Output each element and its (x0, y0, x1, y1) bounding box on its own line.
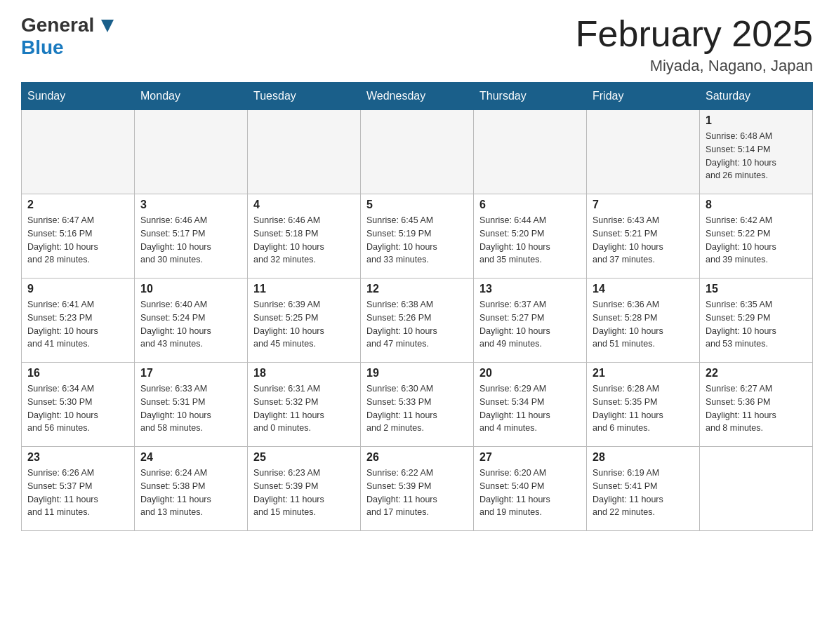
logo: General Blue (21, 14, 114, 59)
day-info: Sunrise: 6:40 AM Sunset: 5:24 PM Dayligh… (140, 298, 241, 351)
day-info: Sunrise: 6:42 AM Sunset: 5:22 PM Dayligh… (706, 214, 807, 267)
day-number: 4 (253, 199, 355, 211)
day-info: Sunrise: 6:41 AM Sunset: 5:23 PM Dayligh… (27, 298, 128, 351)
page-subtitle: Miyada, Nagano, Japan (576, 57, 813, 75)
day-info: Sunrise: 6:19 AM Sunset: 5:41 PM Dayligh… (593, 467, 694, 519)
calendar-week-2: 9Sunrise: 6:41 AM Sunset: 5:23 PM Daylig… (22, 279, 813, 363)
calendar-cell: 24Sunrise: 6:24 AM Sunset: 5:38 PM Dayli… (135, 447, 248, 531)
day-number: 17 (140, 367, 241, 380)
day-number: 22 (706, 367, 807, 380)
day-number: 15 (706, 283, 807, 295)
day-number: 19 (366, 367, 468, 380)
calendar-cell: 16Sunrise: 6:34 AM Sunset: 5:30 PM Dayli… (22, 363, 135, 447)
day-number: 1 (706, 114, 807, 127)
day-info: Sunrise: 6:29 AM Sunset: 5:34 PM Dayligh… (479, 382, 581, 435)
day-number: 18 (253, 367, 355, 380)
calendar-cell (22, 110, 135, 194)
page-title: February 2025 (576, 14, 813, 54)
calendar-cell: 7Sunrise: 6:43 AM Sunset: 5:21 PM Daylig… (587, 194, 700, 279)
calendar-cell: 9Sunrise: 6:41 AM Sunset: 5:23 PM Daylig… (22, 279, 135, 363)
calendar-cell: 25Sunrise: 6:23 AM Sunset: 5:39 PM Dayli… (248, 447, 361, 531)
day-info: Sunrise: 6:23 AM Sunset: 5:39 PM Dayligh… (253, 467, 355, 519)
day-info: Sunrise: 6:28 AM Sunset: 5:35 PM Dayligh… (593, 382, 694, 435)
day-info: Sunrise: 6:43 AM Sunset: 5:21 PM Dayligh… (593, 214, 694, 267)
day-number: 26 (366, 451, 468, 464)
day-info: Sunrise: 6:30 AM Sunset: 5:33 PM Dayligh… (366, 382, 468, 435)
day-number: 8 (706, 199, 807, 211)
calendar-cell: 19Sunrise: 6:30 AM Sunset: 5:33 PM Dayli… (361, 363, 474, 447)
calendar-cell: 13Sunrise: 6:37 AM Sunset: 5:27 PM Dayli… (474, 279, 587, 363)
calendar-cell (700, 447, 813, 531)
day-number: 21 (593, 367, 694, 380)
calendar-cell: 15Sunrise: 6:35 AM Sunset: 5:29 PM Dayli… (700, 279, 813, 363)
page-header: General Blue February 2025 Miyada, Nagan… (21, 14, 813, 75)
day-number: 11 (253, 283, 355, 295)
calendar-cell: 20Sunrise: 6:29 AM Sunset: 5:34 PM Dayli… (474, 363, 587, 447)
calendar-week-4: 23Sunrise: 6:26 AM Sunset: 5:37 PM Dayli… (22, 447, 813, 531)
day-info: Sunrise: 6:34 AM Sunset: 5:30 PM Dayligh… (27, 382, 128, 435)
day-info: Sunrise: 6:22 AM Sunset: 5:39 PM Dayligh… (366, 467, 468, 519)
day-number: 9 (27, 283, 128, 295)
calendar-table: SundayMondayTuesdayWednesdayThursdayFrid… (21, 82, 813, 531)
day-number: 5 (366, 199, 468, 211)
calendar-cell: 6Sunrise: 6:44 AM Sunset: 5:20 PM Daylig… (474, 194, 587, 279)
day-number: 16 (27, 367, 128, 380)
calendar-cell (135, 110, 248, 194)
calendar-body: 1Sunrise: 6:48 AM Sunset: 5:14 PM Daylig… (22, 110, 813, 531)
logo-arrow-icon (101, 20, 114, 34)
calendar-cell (361, 110, 474, 194)
day-info: Sunrise: 6:31 AM Sunset: 5:32 PM Dayligh… (253, 382, 355, 435)
weekday-header-friday: Friday (587, 83, 700, 110)
calendar-header: SundayMondayTuesdayWednesdayThursdayFrid… (22, 83, 813, 110)
calendar-cell (248, 110, 361, 194)
day-info: Sunrise: 6:46 AM Sunset: 5:18 PM Dayligh… (253, 214, 355, 267)
day-info: Sunrise: 6:36 AM Sunset: 5:28 PM Dayligh… (593, 298, 694, 351)
calendar-cell: 14Sunrise: 6:36 AM Sunset: 5:28 PM Dayli… (587, 279, 700, 363)
calendar-cell: 17Sunrise: 6:33 AM Sunset: 5:31 PM Dayli… (135, 363, 248, 447)
day-number: 23 (27, 451, 128, 464)
calendar-cell: 3Sunrise: 6:46 AM Sunset: 5:17 PM Daylig… (135, 194, 248, 279)
calendar-cell: 22Sunrise: 6:27 AM Sunset: 5:36 PM Dayli… (700, 363, 813, 447)
logo-line1: General (21, 14, 114, 36)
day-number: 28 (593, 451, 694, 464)
day-info: Sunrise: 6:38 AM Sunset: 5:26 PM Dayligh… (366, 298, 468, 351)
day-info: Sunrise: 6:45 AM Sunset: 5:19 PM Dayligh… (366, 214, 468, 267)
calendar-cell: 18Sunrise: 6:31 AM Sunset: 5:32 PM Dayli… (248, 363, 361, 447)
day-info: Sunrise: 6:47 AM Sunset: 5:16 PM Dayligh… (27, 214, 128, 267)
calendar-cell: 10Sunrise: 6:40 AM Sunset: 5:24 PM Dayli… (135, 279, 248, 363)
calendar-cell: 21Sunrise: 6:28 AM Sunset: 5:35 PM Dayli… (587, 363, 700, 447)
day-info: Sunrise: 6:26 AM Sunset: 5:37 PM Dayligh… (27, 467, 128, 519)
day-info: Sunrise: 6:35 AM Sunset: 5:29 PM Dayligh… (706, 298, 807, 351)
calendar-cell: 12Sunrise: 6:38 AM Sunset: 5:26 PM Dayli… (361, 279, 474, 363)
title-block: February 2025 Miyada, Nagano, Japan (576, 14, 813, 75)
day-number: 10 (140, 283, 241, 295)
day-number: 2 (27, 199, 128, 211)
day-number: 3 (140, 199, 241, 211)
weekday-header-tuesday: Tuesday (248, 83, 361, 110)
calendar-cell: 11Sunrise: 6:39 AM Sunset: 5:25 PM Dayli… (248, 279, 361, 363)
logo-line2: Blue (21, 36, 64, 59)
day-number: 7 (593, 199, 694, 211)
day-number: 24 (140, 451, 241, 464)
weekday-row: SundayMondayTuesdayWednesdayThursdayFrid… (22, 83, 813, 110)
day-number: 14 (593, 283, 694, 295)
calendar-cell (587, 110, 700, 194)
day-number: 25 (253, 451, 355, 464)
day-info: Sunrise: 6:20 AM Sunset: 5:40 PM Dayligh… (479, 467, 581, 519)
calendar-cell: 23Sunrise: 6:26 AM Sunset: 5:37 PM Dayli… (22, 447, 135, 531)
day-number: 27 (479, 451, 581, 464)
weekday-header-wednesday: Wednesday (361, 83, 474, 110)
svg-marker-0 (101, 20, 114, 32)
calendar-cell: 1Sunrise: 6:48 AM Sunset: 5:14 PM Daylig… (700, 110, 813, 194)
day-number: 12 (366, 283, 468, 295)
weekday-header-thursday: Thursday (474, 83, 587, 110)
calendar-cell: 28Sunrise: 6:19 AM Sunset: 5:41 PM Dayli… (587, 447, 700, 531)
calendar-cell: 5Sunrise: 6:45 AM Sunset: 5:19 PM Daylig… (361, 194, 474, 279)
day-info: Sunrise: 6:39 AM Sunset: 5:25 PM Dayligh… (253, 298, 355, 351)
day-info: Sunrise: 6:46 AM Sunset: 5:17 PM Dayligh… (140, 214, 241, 267)
day-info: Sunrise: 6:44 AM Sunset: 5:20 PM Dayligh… (479, 214, 581, 267)
day-info: Sunrise: 6:27 AM Sunset: 5:36 PM Dayligh… (706, 382, 807, 435)
day-info: Sunrise: 6:37 AM Sunset: 5:27 PM Dayligh… (479, 298, 581, 351)
weekday-header-monday: Monday (135, 83, 248, 110)
calendar-cell: 8Sunrise: 6:42 AM Sunset: 5:22 PM Daylig… (700, 194, 813, 279)
